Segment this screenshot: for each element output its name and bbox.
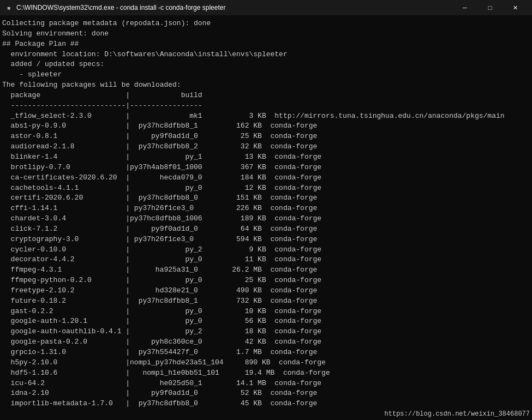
terminal-line: cachetools-4.1.1 | py_0 12 KB conda-forg… (2, 183, 530, 194)
terminal-line: chardet-3.0.4 |py37hc8dfbb8_1006 189 KB … (2, 214, 530, 224)
terminal-line: grpcio-1.31.0 | py37h554427f_0 1.7 MB co… (2, 347, 530, 358)
terminal-line: gast-0.2.2 | py_0 10 KB conda-forge (2, 307, 530, 317)
terminal-line: The following packages will be downloade… (2, 80, 530, 91)
terminal-line: abs1-py-0.9.0 | py37hc8dfbb8_1 162 KB co… (2, 121, 530, 131)
terminal-line: hdf5-1.10.6 | nompi_h1e0bb51_101 19.4 MB… (2, 368, 530, 379)
terminal-line: ffmpeg-python-0.2.0 | py_0 25 KB conda-f… (2, 275, 530, 286)
maximize-button[interactable]: □ (477, 0, 503, 15)
terminal-line: package | build (2, 91, 530, 101)
terminal-line: google-auth-1.20.1 | py_0 56 KB conda-fo… (2, 316, 530, 327)
terminal: Collecting package metadata (repodata.js… (0, 15, 532, 420)
terminal-line: google-auth-oauthlib-0.4.1 | py_2 18 KB … (2, 327, 530, 337)
terminal-line: cycler-0.10.0 | py_2 9 KB conda-forge (2, 245, 530, 255)
terminal-line: ca-certificates-2020.6.20 | hecda079_0 1… (2, 173, 530, 183)
watermark: https://blog.csdn.net/weixin_38468077 (385, 410, 530, 418)
terminal-line: idna-2.10 | py9f0ad1d_0 52 KB conda-forg… (2, 388, 530, 399)
terminal-line: certifi-2020.6.20 | py37hc8dfbb8_0 151 K… (2, 193, 530, 203)
terminal-line: decorator-4.4.2 | py_0 11 KB conda-forge (2, 255, 530, 265)
terminal-line: environment location: D:\softwares\Anaco… (2, 50, 530, 60)
terminal-line: importlib-metadata-1.7.0 | py37hc8dfbb8_… (2, 399, 530, 409)
title-bar: ■ C:\WINDOWS\system32\cmd.exe - conda in… (0, 0, 532, 15)
terminal-line: future-0.18.2 | py37hc8dfbb8_1 732 KB co… (2, 296, 530, 307)
terminal-line: astor-0.8.1 | py9f0ad1d_0 25 KB conda-fo… (2, 131, 530, 142)
terminal-line: ---------------------------|------------… (2, 101, 530, 111)
terminal-line: cryptography-3.0 | py37h26f1ce3_0 594 KB… (2, 235, 530, 245)
terminal-line: freetype-2.10.2 | hd328e21_0 490 KB cond… (2, 286, 530, 296)
terminal-line: cffi-1.14.1 | py37h26f1ce3_0 226 KB cond… (2, 203, 530, 214)
terminal-line: brotlipy-0.7.0 |py37h4ab8f01_1000 367 KB… (2, 163, 530, 173)
terminal-line: - spleeter (2, 70, 530, 80)
terminal-line: click-7.1.2 | py9f0ad1d_0 64 KB conda-fo… (2, 224, 530, 235)
minimize-button[interactable]: ─ (452, 0, 477, 15)
terminal-line: _tflow_select-2.3.0 | mk1 3 KB http://mi… (2, 111, 530, 122)
terminal-line: icu-64.2 | he025d50_1 14.1 MB conda-forg… (2, 379, 530, 389)
terminal-line: google-pasta-0.2.0 | pyh8c360ce_0 42 KB … (2, 337, 530, 347)
title-bar-buttons: ─ □ ✕ (452, 0, 528, 15)
terminal-line: Collecting package metadata (repodata.js… (2, 19, 530, 29)
terminal-line: Solving environment: done (2, 29, 530, 39)
terminal-line: ffmpeg-4.3.1 | ha925a31_0 26.2 MB conda-… (2, 265, 530, 275)
terminal-line: h5py-2.10.0 |nompi_py37hde23a51_104 890 … (2, 358, 530, 368)
terminal-line: added / updated specs: (2, 59, 530, 70)
close-button[interactable]: ✕ (503, 0, 528, 15)
terminal-line: blinker-1.4 | py_1 13 KB conda-forge (2, 152, 530, 163)
terminal-line: ## Package Plan ## (2, 39, 530, 50)
terminal-line: audioread-2.1.8 | py37hc8dfbb8_2 32 KB c… (2, 142, 530, 152)
title-bar-icon: ■ (4, 3, 13, 12)
title-bar-title: C:\WINDOWS\system32\cmd.exe - conda inst… (16, 4, 452, 11)
